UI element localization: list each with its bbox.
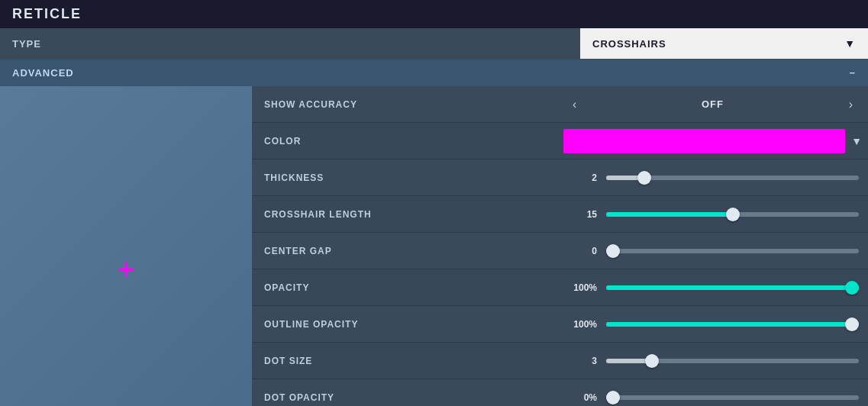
dot-opacity-slider[interactable] [606,395,859,400]
advanced-header[interactable]: ADVANCED − [0,60,868,86]
type-value: CROSSHAIRS [592,38,666,50]
type-label: TYPE [0,28,580,59]
opacity-value: 100% [566,282,597,293]
toggle-right-arrow-show-accuracy[interactable]: › [843,98,859,111]
center-gap-control: 0 [557,246,868,256]
crosshair-length-control: 15 [557,209,868,220]
crosshair-preview: + [117,253,134,287]
setting-row-center-gap: CENTER GAP 0 [252,233,868,269]
center-gap-value: 0 [566,246,597,256]
thickness-value: 2 [566,172,597,183]
color-swatch[interactable] [563,129,845,153]
settings-panel: SHOW ACCURACY ‹ OFF › COLOR ▼ THICKNESS [252,86,868,406]
outline-opacity-control: 100% [557,319,868,330]
page-title: RETICLE [0,0,868,28]
type-dropdown[interactable]: CROSSHAIRS ▼ [580,28,868,59]
page-container: RETICLE TYPE CROSSHAIRS ▼ ADVANCED − + S… [0,0,868,406]
color-chevron-icon[interactable]: ▼ [851,135,862,147]
setting-row-outline-opacity: OUTLINE OPACITY 100% [252,306,868,343]
toggle-left-arrow-show-accuracy[interactable]: ‹ [566,98,582,111]
setting-row-crosshair-length: CROSSHAIR LENGTH 15 [252,196,868,233]
collapse-icon: − [849,67,856,79]
setting-row-show-accuracy: SHOW ACCURACY ‹ OFF › [252,86,868,123]
thickness-control: 2 [557,172,868,183]
crosshair-length-value: 15 [566,209,597,220]
opacity-label: OPACITY [252,282,557,293]
setting-row-dot-size: DOT SIZE 3 [252,343,868,379]
preview-panel: + [0,86,252,406]
color-label: COLOR [252,136,557,147]
opacity-slider[interactable] [606,285,859,290]
dot-size-label: DOT SIZE [252,356,557,366]
dot-size-slider[interactable] [606,359,859,363]
setting-row-opacity: OPACITY 100% [252,269,868,306]
crosshair-length-slider[interactable] [606,212,859,217]
title-text: RETICLE [12,6,82,21]
show-accuracy-value: OFF [582,98,842,110]
chevron-down-icon: ▼ [844,37,856,50]
dot-opacity-value: 0% [566,392,597,403]
outline-opacity-value: 100% [566,319,597,330]
dot-size-control: 3 [557,356,868,366]
dot-opacity-label: DOT OPACITY [252,392,557,403]
setting-row-dot-opacity: DOT OPACITY 0% [252,379,868,406]
crosshair-length-label: CROSSHAIR LENGTH [252,209,557,220]
center-gap-label: CENTER GAP [252,246,557,256]
dot-opacity-control: 0% [557,392,868,403]
center-gap-slider[interactable] [606,249,859,253]
setting-row-thickness: THICKNESS 2 [252,160,868,196]
thickness-label: THICKNESS [252,172,557,183]
main-content: + SHOW ACCURACY ‹ OFF › COLOR ▼ [0,86,868,406]
show-accuracy-label: SHOW ACCURACY [252,99,557,110]
setting-row-color: COLOR ▼ [252,123,868,160]
show-accuracy-control[interactable]: ‹ OFF › [557,98,868,111]
outline-opacity-label: OUTLINE OPACITY [252,319,557,330]
opacity-control: 100% [557,282,868,293]
type-row: TYPE CROSSHAIRS ▼ [0,28,868,60]
advanced-label: ADVANCED [12,67,74,79]
thickness-slider[interactable] [606,176,859,180]
color-control[interactable]: ▼ [557,129,868,153]
outline-opacity-slider[interactable] [606,322,859,327]
dot-size-value: 3 [566,356,597,366]
